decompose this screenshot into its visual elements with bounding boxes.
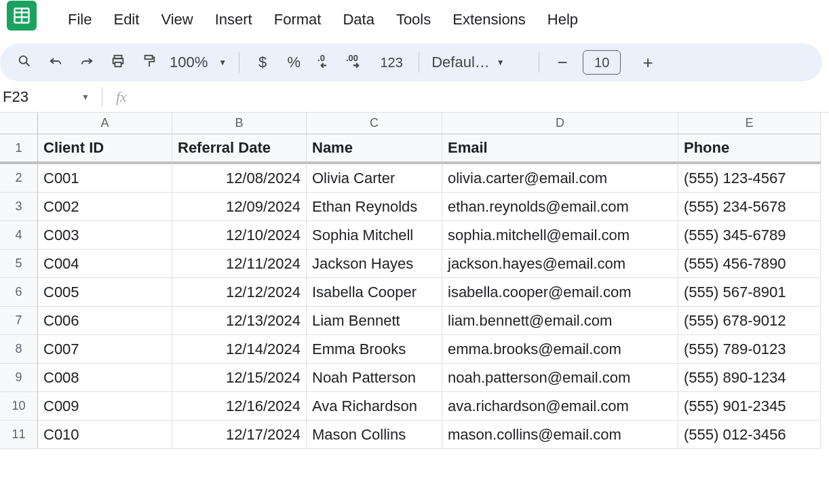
cell[interactable]: Name xyxy=(307,134,442,164)
cell[interactable]: C004 xyxy=(38,250,172,278)
col-header-e[interactable]: E xyxy=(678,113,821,134)
row-header[interactable]: 6 xyxy=(0,278,38,307)
table-row: 5 C004 12/11/2024 Jackson Hayes jackson.… xyxy=(0,250,829,278)
col-header-b[interactable]: B xyxy=(172,113,307,134)
menu-edit[interactable]: Edit xyxy=(102,7,150,33)
cell[interactable]: (555) 456-7890 xyxy=(678,250,821,278)
cell[interactable]: C007 xyxy=(38,335,172,364)
menu-data[interactable]: Data xyxy=(332,7,385,33)
cell[interactable]: (555) 789-0123 xyxy=(678,335,821,364)
cell[interactable]: ava.richardson@email.com xyxy=(442,392,678,421)
col-header-a[interactable]: A xyxy=(38,113,172,134)
cell[interactable]: (555) 012-3456 xyxy=(678,421,821,449)
cell[interactable]: ethan.reynolds@email.com xyxy=(442,193,678,221)
row-header[interactable]: 8 xyxy=(0,335,38,364)
cell[interactable]: (555) 678-9012 xyxy=(678,307,821,335)
cell[interactable]: Olivia Carter xyxy=(307,164,442,193)
cell[interactable]: Sophia Mitchell xyxy=(307,221,442,250)
cell[interactable]: 12/09/2024 xyxy=(172,193,307,221)
cell[interactable]: Phone xyxy=(678,134,821,164)
col-header-d[interactable]: D xyxy=(442,113,678,134)
cell[interactable]: Noah Patterson xyxy=(307,364,442,392)
menu-format[interactable]: Format xyxy=(263,7,332,33)
sheets-app-icon[interactable] xyxy=(7,1,37,31)
cell[interactable]: Isabella Cooper xyxy=(307,278,442,307)
row-header[interactable]: 5 xyxy=(0,250,38,278)
cell[interactable]: 12/08/2024 xyxy=(172,164,307,193)
cell[interactable]: C003 xyxy=(38,221,172,250)
menu-file[interactable]: File xyxy=(57,7,102,33)
number-format-button[interactable]: 123 xyxy=(377,52,406,73)
row-header[interactable]: 9 xyxy=(0,364,38,392)
menu-help[interactable]: Help xyxy=(537,7,589,33)
row-header[interactable]: 3 xyxy=(0,193,38,221)
cell[interactable]: 12/10/2024 xyxy=(172,221,307,250)
cell[interactable]: C006 xyxy=(38,307,172,335)
zoom-dropdown[interactable]: 100% ▼ xyxy=(170,54,227,71)
menu-tools[interactable]: Tools xyxy=(385,7,442,33)
decrease-decimal-button[interactable]: .0 xyxy=(314,52,336,73)
cell[interactable]: Email xyxy=(442,134,678,164)
cell[interactable]: Referral Date xyxy=(172,134,307,164)
font-size-input[interactable]: 10 xyxy=(583,50,621,75)
cell[interactable]: (555) 345-6789 xyxy=(678,221,821,250)
menu-insert[interactable]: Insert xyxy=(204,7,263,33)
cell[interactable]: (555) 234-5678 xyxy=(678,193,821,221)
cell[interactable]: C008 xyxy=(38,364,172,392)
currency-button[interactable]: $ xyxy=(252,52,273,73)
cell[interactable]: C005 xyxy=(38,278,172,307)
row-header[interactable]: 10 xyxy=(0,392,38,421)
print-button[interactable] xyxy=(107,52,129,73)
row-header[interactable]: 4 xyxy=(0,221,38,250)
cell[interactable]: C010 xyxy=(38,421,172,449)
cell[interactable]: jackson.hayes@email.com xyxy=(442,250,678,278)
cell[interactable]: (555) 890-1234 xyxy=(678,364,821,392)
cell[interactable]: 12/15/2024 xyxy=(172,364,307,392)
cell[interactable]: Liam Bennett xyxy=(307,307,442,335)
cell[interactable]: 12/16/2024 xyxy=(172,392,307,421)
cell[interactable]: (555) 123-4567 xyxy=(678,164,821,193)
row-header-1[interactable]: 1 xyxy=(0,134,38,164)
cell[interactable]: noah.patterson@email.com xyxy=(442,364,678,392)
row-header[interactable]: 2 xyxy=(0,164,38,193)
formula-input[interactable] xyxy=(127,81,829,112)
undo-button[interactable] xyxy=(45,52,66,73)
cell[interactable]: C002 xyxy=(38,193,172,221)
cell[interactable]: olivia.carter@email.com xyxy=(442,164,678,193)
cell[interactable]: emma.brooks@email.com xyxy=(442,335,678,364)
row-header[interactable]: 7 xyxy=(0,307,38,335)
cell[interactable]: (555) 567-8901 xyxy=(678,278,821,307)
cell[interactable]: Ava Richardson xyxy=(307,392,442,421)
select-all-corner[interactable] xyxy=(0,113,38,134)
cell[interactable]: liam.bennett@email.com xyxy=(442,307,678,335)
search-button[interactable] xyxy=(14,52,35,73)
cell[interactable]: 12/12/2024 xyxy=(172,278,307,307)
menu-view[interactable]: View xyxy=(150,7,204,33)
increase-font-size-button[interactable]: + xyxy=(637,52,659,73)
percent-button[interactable]: % xyxy=(283,52,305,73)
cell[interactable]: Ethan Reynolds xyxy=(307,193,442,221)
cell[interactable]: C009 xyxy=(38,392,172,421)
cell[interactable]: Client ID xyxy=(38,134,172,164)
cell[interactable]: 12/14/2024 xyxy=(172,335,307,364)
cell[interactable]: 12/13/2024 xyxy=(172,307,307,335)
cell[interactable]: 12/11/2024 xyxy=(172,250,307,278)
decrease-font-size-button[interactable]: − xyxy=(552,52,573,73)
paint-format-button[interactable] xyxy=(138,52,160,73)
cell[interactable]: isabella.cooper@email.com xyxy=(442,278,678,307)
cell[interactable]: Jackson Hayes xyxy=(307,250,442,278)
menu-extensions[interactable]: Extensions xyxy=(442,7,537,33)
cell[interactable]: 12/17/2024 xyxy=(172,421,307,449)
cell[interactable]: (555) 901-2345 xyxy=(678,392,821,421)
name-box[interactable]: F23 ▼ xyxy=(0,88,102,106)
cell[interactable]: Emma Brooks xyxy=(307,335,442,364)
cell[interactable]: sophia.mitchell@email.com xyxy=(442,221,678,250)
increase-decimal-button[interactable]: .00 xyxy=(345,52,367,73)
cell[interactable]: mason.collins@email.com xyxy=(442,421,678,449)
font-family-dropdown[interactable]: Defaul… ▼ xyxy=(431,54,526,71)
cell[interactable]: Mason Collins xyxy=(307,421,442,449)
redo-button[interactable] xyxy=(76,52,98,73)
row-header[interactable]: 11 xyxy=(0,421,38,449)
cell[interactable]: C001 xyxy=(38,164,172,193)
col-header-c[interactable]: C xyxy=(307,113,442,134)
